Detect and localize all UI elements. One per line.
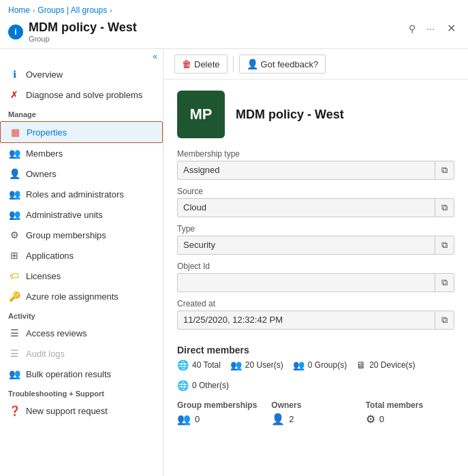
licenses-icon: 🏷 [8,270,20,281]
sidebar-label-licenses: Licenses [26,271,61,281]
others-icon: 🌐 [177,380,189,391]
sidebar-item-roles[interactable]: 👥 Roles and administrators [0,184,163,204]
sidebar-label-members: Members [26,148,63,159]
toolbar: 🗑 Delete 👤 Got feedback? [163,49,468,80]
support-icon: ❓ [8,405,20,416]
groups-icon: 👥 [293,360,305,370]
stat-devices: 🖥 20 Device(s) [356,360,415,370]
sidebar-label-admin-units: Administrative units [26,210,103,220]
page-title: MDM policy - West [29,20,137,35]
sidebar-item-audit-logs[interactable]: ☰ Audit logs [0,343,163,364]
sidebar-item-overview[interactable]: ℹ Overview [0,64,163,84]
sidebar-item-access-reviews[interactable]: ☰ Access reviews [0,323,163,343]
stat-groups-label: 0 Group(s) [308,360,347,370]
owners-icon: 👤 [8,168,20,179]
breadcrumb-home[interactable]: Home [8,5,30,15]
page-subtitle: Group [29,35,137,43]
profile-area: MP MDM policy - West [163,80,468,146]
bulk-results-icon: 👥 [8,368,20,379]
stat-others: 🌐 0 Other(s) [177,380,229,391]
feedback-button[interactable]: 👤 Got feedback? [239,54,326,74]
sidebar-label-group-memberships: Group memberships [26,230,106,240]
feedback-label: Got feedback? [261,59,319,69]
delete-label: Delete [194,59,220,69]
sidebar-label-new-support: New support request [26,406,108,416]
sidebar-section-activity: Activity [0,306,163,323]
field-label-object-id: Object Id [177,261,454,271]
field-label-type: Type [177,224,454,234]
sidebar-item-applications[interactable]: ⊞ Applications [0,245,163,266]
sidebar-label-roles: Roles and administrators [26,189,124,200]
copy-created-at-button[interactable]: ⧉ [435,311,454,330]
stat-groups: 👥 0 Group(s) [293,360,347,370]
field-value-membership-type: Assigned [177,161,435,180]
sidebar-item-group-memberships[interactable]: ⚙ Group memberships [0,225,163,245]
sidebar-label-owners: Owners [26,169,57,179]
grid-owners-value: 2 [289,414,294,424]
grid-total-members-title: Total members [366,400,454,410]
total-icon: 🌐 [177,360,189,370]
devices-icon: 🖥 [356,360,366,370]
field-value-created-at: 11/25/2020, 12:32:42 PM [177,311,435,330]
breadcrumb-sep-1: › [33,7,35,14]
grid-total-members-value: 0 [379,414,384,424]
sidebar-label-azure-roles: Azure role assignments [26,291,119,302]
copy-membership-type-button[interactable]: ⧉ [435,161,454,180]
field-value-source: Cloud [177,198,435,217]
field-object-id: Object Id ⧉ [177,261,454,292]
field-source: Source Cloud ⧉ [177,187,454,217]
admin-units-icon: 👥 [8,209,20,220]
delete-icon: 🗑 [182,59,191,69]
sidebar-collapse-button[interactable]: « [0,49,163,64]
sidebar-item-members[interactable]: 👥 Members [0,143,163,163]
bottom-grid: Group memberships 👥 0 Owners 👤 2 Total m… [163,398,468,434]
grid-total-members: Total members ⚙ 0 [366,400,454,426]
sidebar-label-access-reviews: Access reviews [26,328,87,338]
sidebar-label-overview: Overview [26,69,63,80]
properties-icon: ▦ [9,127,21,138]
field-type: Type Security ⧉ [177,224,454,255]
members-stats: 🌐 40 Total 👥 20 User(s) 👥 0 Group(s) 🖥 2… [163,360,468,398]
pin-icon[interactable]: ⚲ [406,22,418,35]
grid-owners-title: Owners [271,400,360,410]
sidebar: « ℹ Overview ✗ Diagnose and solve proble… [0,49,163,476]
stat-total-label: 40 Total [192,360,221,370]
grid-owners-icon: 👤 [271,413,285,426]
sidebar-label-properties: Properties [27,127,67,138]
sidebar-item-bulk-results[interactable]: 👥 Bulk operation results [0,364,163,384]
stat-users: 👥 20 User(s) [230,360,283,370]
delete-button[interactable]: 🗑 Delete [174,54,228,74]
roles-icon: 👥 [8,189,20,200]
field-created-at: Created at 11/25/2020, 12:32:42 PM ⧉ [177,299,454,330]
field-label-membership-type: Membership type [177,149,454,159]
field-label-source: Source [177,187,454,196]
sidebar-item-diagnose[interactable]: ✗ Diagnose and solve problems [0,84,163,105]
sidebar-label-applications: Applications [26,251,74,261]
sidebar-item-licenses[interactable]: 🏷 Licenses [0,266,163,286]
sidebar-item-properties[interactable]: ▦ Properties [0,121,163,143]
breadcrumb-sep-2: › [110,7,112,14]
audit-logs-icon: ☰ [8,348,20,359]
sidebar-item-new-support[interactable]: ❓ New support request [0,400,163,421]
sidebar-label-audit-logs: Audit logs [26,349,65,359]
applications-icon: ⊞ [8,250,20,261]
field-membership-type: Membership type Assigned ⧉ [177,149,454,180]
close-button[interactable]: ✕ [443,20,460,36]
sidebar-item-azure-roles[interactable]: 🔑 Azure role assignments [0,286,163,306]
stat-users-label: 20 User(s) [245,360,283,370]
copy-source-button[interactable]: ⧉ [435,198,454,217]
copy-type-button[interactable]: ⧉ [435,236,454,255]
sidebar-item-admin-units[interactable]: 👥 Administrative units [0,204,163,225]
breadcrumb-groups[interactable]: Groups | All groups [37,5,107,15]
grid-group-memberships-title: Group memberships [177,400,266,410]
field-label-created-at: Created at [177,299,454,308]
sidebar-item-owners[interactable]: 👤 Owners [0,163,163,184]
field-value-type: Security [177,236,435,255]
field-value-object-id [177,273,435,292]
group-memberships-icon: ⚙ [8,229,20,240]
more-icon[interactable]: ··· [424,22,437,35]
diagnose-icon: ✗ [8,89,20,100]
stat-others-label: 0 Other(s) [192,381,229,390]
copy-object-id-button[interactable]: ⧉ [435,273,454,292]
direct-members-title: Direct members [163,336,468,360]
